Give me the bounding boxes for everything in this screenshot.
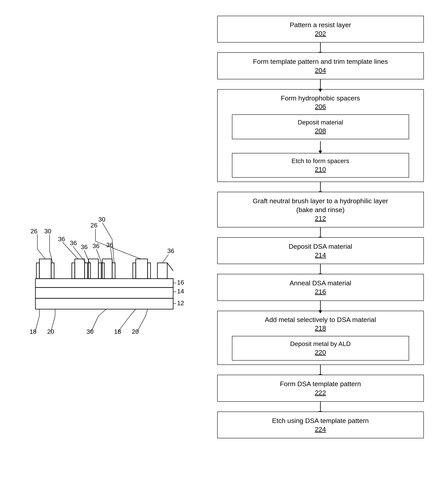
step-214-ref: 214 [225,251,416,259]
arrow-216-218 [320,301,321,311]
svg-line-36 [111,248,112,263]
label-14: 14 [177,288,184,295]
step-218-label: Add metal selectively to DSA material [265,313,376,324]
svg-rect-7 [72,263,75,279]
step-204-label: Form template pattern and trim template … [253,58,388,65]
arrow-218-222 [320,365,321,375]
step-218-ref: 218 [315,324,326,332]
svg-line-38 [35,316,39,332]
label-26-right: 26 [91,222,97,229]
svg-line-37 [162,255,168,263]
step-202-box: Pattern a resist layer 202 [217,16,424,43]
label-18-left: 18 [30,328,37,335]
svg-line-27 [96,241,141,259]
svg-rect-2 [35,279,173,288]
svg-line-34 [84,250,90,263]
label-36-4: 36 [93,242,99,249]
step-222-ref: 222 [225,388,416,397]
step-216-label: Anneal DSA material [290,279,352,287]
diagram-svg: 16 14 12 26 26 30 30 36 [20,121,197,377]
step-220-box: Deposit metal by ALD 220 [232,336,409,361]
label-36-3: 36 [81,243,88,250]
flowchart-area: Pattern a resist layer 202 Form template… [205,12,436,486]
svg-rect-1 [35,288,173,298]
label-36-2: 36 [70,240,77,247]
svg-rect-4 [36,263,39,279]
step-208-ref: 208 [238,126,403,135]
step-210-label: Etch to form spacers [292,157,349,164]
arrow-206-212 [320,182,321,192]
label-20-right: 20 [132,328,139,335]
step-224-label: Etch using DSA template pattern [272,417,369,424]
svg-line-43 [98,309,106,316]
label-36-1: 36 [58,236,65,243]
arrow-212-214 [320,227,321,237]
label-30-right: 30 [98,216,105,223]
svg-line-47 [145,309,147,316]
label-16: 16 [177,279,184,286]
step-210-box: Etch to form spacers 210 [232,153,409,178]
svg-rect-9 [89,259,98,279]
step-212-label: Graft neutral brush layer to a hydrophil… [253,197,388,213]
svg-line-30 [102,223,112,239]
svg-rect-18 [157,263,167,279]
label-36-right: 36 [167,247,174,254]
svg-line-25 [37,249,45,259]
svg-line-44 [118,316,130,332]
svg-rect-5 [51,263,54,279]
label-12: 12 [177,299,184,307]
step-202-label: Pattern a resist layer [290,21,351,29]
step-206-label: Form hydrophobic spacers [281,92,360,103]
svg-line-19 [167,263,173,271]
step-214-label: Deposit DSA material [289,243,352,250]
step-202-ref: 202 [225,29,416,38]
svg-line-46 [137,316,145,332]
svg-line-35 [96,249,101,263]
arrow-208-210 [320,141,321,151]
svg-rect-0 [35,298,173,309]
step-216-ref: 216 [225,287,416,296]
svg-line-42 [91,316,98,332]
step-212-ref: 212 [225,214,416,223]
step-204-ref: 204 [225,66,416,75]
svg-rect-3 [39,259,51,279]
svg-rect-15 [136,259,147,279]
step-220-label: Deposit metal by ALD [290,340,351,347]
step-206-ref: 206 [315,103,326,110]
step-210-ref: 210 [238,165,403,174]
svg-rect-10 [88,263,91,279]
svg-rect-8 [85,263,88,279]
step-208-box: Deposit material 208 [232,114,409,139]
svg-rect-13 [101,263,104,279]
step-214-box: Deposit DSA material 214 [217,237,424,264]
label-36-5: 36 [106,241,113,249]
step-222-box: Form DSA template pattern 222 [217,375,424,401]
step-208-label: Deposit material [298,119,343,126]
svg-rect-16 [133,263,136,279]
step-222-label: Form DSA template pattern [280,380,361,388]
svg-rect-11 [98,263,101,279]
label-26-left: 26 [31,228,38,235]
svg-rect-14 [112,263,115,279]
svg-line-45 [130,309,136,316]
step-212-box: Graft neutral brush layer to a hydrophil… [217,192,424,227]
arrow-222-224 [320,402,321,412]
arrow-202-204 [320,43,321,52]
diagram-area: 16 14 12 26 26 30 30 36 [12,12,205,486]
step-220-ref: 220 [238,348,403,357]
step-224-box: Etch using DSA template pattern 224 [217,412,424,438]
svg-rect-12 [102,259,112,279]
arrow-214-216 [320,264,321,274]
step-224-ref: 224 [225,425,416,434]
step-206-outer-box: Form hydrophobic spacers 206 Deposit mat… [217,89,424,182]
svg-rect-6 [75,259,85,279]
label-30-left: 30 [44,228,51,235]
step-216-box: Anneal DSA material 216 [217,274,424,301]
arrow-204-206 [320,79,321,89]
svg-rect-17 [147,263,150,279]
step-218-outer-box: Add metal selectively to DSA material 21… [217,311,424,365]
step-204-box: Form template pattern and trim template … [217,52,424,79]
